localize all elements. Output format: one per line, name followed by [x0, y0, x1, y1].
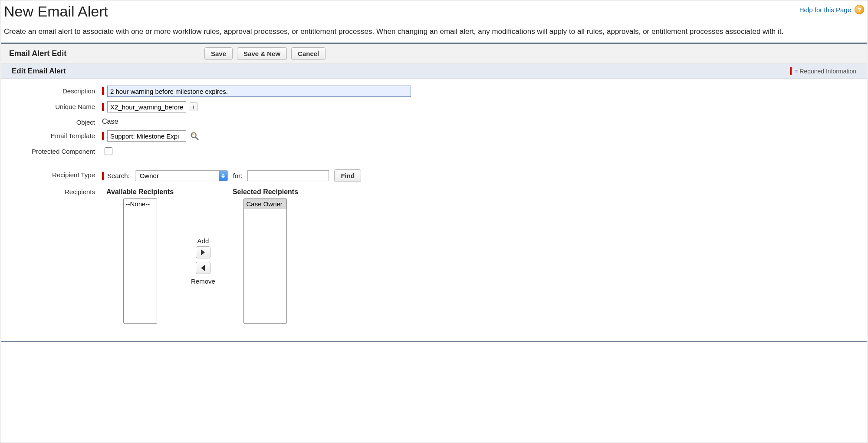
add-label: Add [197, 237, 209, 245]
lookup-icon[interactable] [190, 131, 199, 141]
cancel-button[interactable]: Cancel [291, 47, 326, 60]
info-icon[interactable]: i [190, 102, 197, 111]
object-label: Object [1, 117, 102, 126]
selected-recipients-list[interactable]: Case Owner [243, 198, 287, 324]
section-title: Edit Email Alert [12, 67, 66, 76]
save-button[interactable]: Save [204, 47, 233, 60]
recipient-search-input[interactable] [247, 170, 329, 181]
email-template-label: Email Template [1, 130, 102, 139]
search-label: Search: [107, 172, 130, 179]
svg-line-1 [196, 137, 198, 140]
help-page-link[interactable]: Help for this Page [799, 6, 851, 13]
help-icon[interactable]: ? [855, 5, 864, 14]
available-recipients-list[interactable]: --None-- [123, 198, 157, 324]
add-recipient-button[interactable] [196, 246, 210, 258]
protected-checkbox[interactable] [105, 147, 112, 155]
description-label: Description [1, 86, 102, 95]
protected-label: Protected Component [1, 146, 102, 155]
remove-label: Remove [191, 278, 215, 285]
for-label: for: [233, 172, 243, 179]
unique-name-label: Unique Name [1, 101, 102, 110]
intro-text: Create an email alert to associate with … [4, 26, 864, 37]
description-input[interactable] [107, 86, 411, 97]
recipient-type-label: Recipient Type [1, 169, 102, 179]
unique-name-input[interactable] [107, 101, 186, 112]
required-indicator: = Required Information [790, 67, 856, 75]
recipient-type-select[interactable]: Owner [135, 170, 228, 181]
object-value: Case [102, 117, 118, 126]
recipients-label: Recipients [1, 186, 102, 195]
panel-title: Email Alert Edit [9, 49, 204, 58]
email-template-input[interactable] [107, 130, 186, 142]
find-button[interactable]: Find [334, 169, 361, 182]
available-recipients-label: Available Recipients [106, 188, 174, 196]
save-new-button[interactable]: Save & New [237, 47, 287, 60]
remove-recipient-button[interactable] [196, 262, 210, 274]
svg-point-2 [192, 134, 194, 136]
page-title: New Email Alert [4, 3, 108, 20]
selected-recipients-label: Selected Recipients [233, 188, 298, 196]
